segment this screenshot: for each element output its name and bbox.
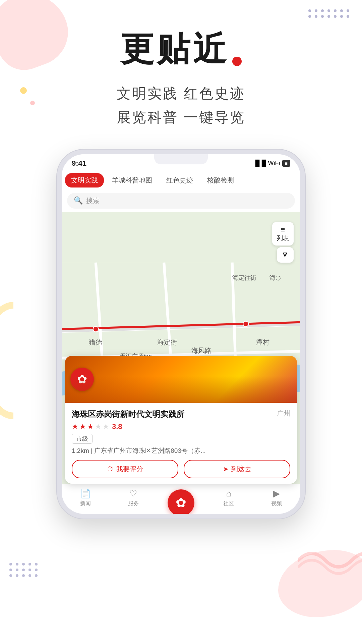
tab-service[interactable]: ♡ 服务 bbox=[120, 488, 147, 507]
star-5: ★ bbox=[103, 422, 109, 431]
info-card: ✿ 海珠区赤岗街新时代文明实践所 广州 ★ ★ ★ bbox=[65, 356, 297, 484]
list-btn-label: 列表 bbox=[277, 235, 289, 241]
distance: 1.2km bbox=[72, 447, 89, 454]
tab-bar[interactable]: 文明实践 羊城科普地图 红色史迹 核酸检测 bbox=[62, 170, 300, 190]
search-bar[interactable]: 🔍 搜索 bbox=[62, 190, 300, 212]
stars: ★ ★ ★ ★ ★ bbox=[72, 422, 109, 431]
svg-text:海风路: 海风路 bbox=[191, 347, 212, 354]
center-btn[interactable]: ✿ bbox=[168, 489, 194, 516]
signal-icon: ▐▌█ bbox=[253, 160, 266, 167]
list-icon: ≡ bbox=[277, 225, 289, 234]
rating-row: ★ ★ ★ ★ ★ 3.8 bbox=[72, 422, 290, 431]
tab-wenming[interactable]: 文明实践 bbox=[65, 173, 104, 187]
tab-home-center[interactable]: ✿ bbox=[168, 489, 194, 506]
address-text: 广东省广州市海珠区艺洲路803号（赤... bbox=[94, 447, 206, 454]
svg-text:海定街: 海定街 bbox=[157, 338, 177, 346]
tab-news[interactable]: 📄 新闻 bbox=[72, 488, 99, 507]
navigate-icon: ➤ bbox=[223, 465, 229, 473]
rate-icon: ⏱ bbox=[107, 465, 114, 473]
info-card-address: 1.2km | 广东省广州市海珠区艺洲路803号（赤... bbox=[72, 446, 290, 455]
star-1: ★ bbox=[72, 422, 78, 431]
tab-yangcheng[interactable]: 羊城科普地图 bbox=[106, 173, 158, 187]
info-card-body: 海珠区赤岗街新时代文明实践所 广州 ★ ★ ★ ★ ★ 3.8 市级 bbox=[65, 403, 297, 484]
info-card-image: ✿ bbox=[65, 356, 297, 403]
main-content: 更贴近 文明实践 红色史迹 展览科普 一键导览 9:41 ▐▌█ WiFi ■ … bbox=[0, 0, 362, 644]
phone-bottom-bar: 📄 新闻 ♡ 服务 ✿ ⌂ 社区 ▶ 视频 bbox=[62, 484, 300, 514]
header-title-text: 更贴近 bbox=[120, 27, 229, 72]
video-label: 视频 bbox=[271, 500, 282, 507]
star-2: ★ bbox=[79, 422, 86, 431]
status-time: 9:41 bbox=[72, 159, 86, 168]
rating-score: 3.8 bbox=[112, 422, 122, 431]
service-label: 服务 bbox=[128, 500, 139, 507]
info-card-actions: ⏱ 我要评分 ➤ 到这去 bbox=[72, 460, 290, 478]
phone-wrapper: 9:41 ▐▌█ WiFi ■ 文明实践 羊城科普地图 红色史迹 核酸检测 🔍 … bbox=[57, 150, 305, 519]
subtitle-line2: 展览科普 一键导览 bbox=[117, 105, 245, 129]
header-title-group: 更贴近 bbox=[120, 27, 242, 72]
rate-btn-label: 我要评分 bbox=[116, 465, 143, 474]
filter-icon: ⛛ bbox=[282, 251, 289, 259]
svg-point-20 bbox=[243, 321, 248, 326]
phone-notch bbox=[154, 154, 208, 164]
battery-icon: ■ bbox=[282, 160, 290, 167]
header-subtitle: 文明实践 红色史迹 展览科普 一键导览 bbox=[117, 82, 245, 129]
header-red-dot bbox=[232, 57, 242, 66]
center-flower-icon: ✿ bbox=[176, 495, 186, 510]
info-card-title: 海珠区赤岗街新时代文明实践所 bbox=[72, 409, 274, 420]
skyline-overlay bbox=[65, 376, 297, 403]
subtitle-line1: 文明实践 红色史迹 bbox=[117, 82, 245, 105]
tab-community[interactable]: ⌂ 社区 bbox=[215, 488, 242, 507]
wifi-icon: WiFi bbox=[268, 160, 280, 167]
navigate-button[interactable]: ➤ 到这去 bbox=[184, 460, 290, 478]
svg-text:海定往街: 海定往街 bbox=[232, 274, 256, 281]
tab-hongse[interactable]: 红色史迹 bbox=[160, 173, 199, 187]
svg-text:海◌: 海◌ bbox=[269, 274, 281, 281]
tab-suanjianceto[interactable]: 核酸检测 bbox=[201, 173, 240, 187]
search-placeholder: 搜索 bbox=[86, 196, 100, 205]
community-icon: ⌂ bbox=[226, 488, 232, 499]
level-badge: 市级 bbox=[72, 434, 93, 444]
svg-point-19 bbox=[93, 326, 99, 332]
video-icon: ▶ bbox=[273, 488, 280, 499]
status-icons: ▐▌█ WiFi ■ bbox=[253, 160, 290, 167]
community-label: 社区 bbox=[223, 500, 234, 507]
navigate-btn-label: 到这去 bbox=[231, 465, 251, 474]
service-icon: ♡ bbox=[129, 488, 137, 499]
search-icon: 🔍 bbox=[74, 196, 83, 205]
svg-text:猎德: 猎德 bbox=[89, 338, 102, 346]
search-input[interactable]: 🔍 搜索 bbox=[67, 193, 295, 209]
filter-button[interactable]: ⛛ bbox=[277, 247, 294, 263]
info-card-title-row: 海珠区赤岗街新时代文明实践所 广州 bbox=[72, 409, 290, 420]
star-3: ★ bbox=[87, 422, 94, 431]
map-list-button[interactable]: ≡ 列表 bbox=[272, 222, 294, 246]
rate-button[interactable]: ⏱ 我要评分 bbox=[72, 460, 178, 478]
separator: | bbox=[91, 447, 94, 454]
news-icon: 📄 bbox=[80, 488, 91, 499]
phone-mockup: 9:41 ▐▌█ WiFi ■ 文明实践 羊城科普地图 红色史迹 核酸检测 🔍 … bbox=[57, 150, 305, 519]
tab-video[interactable]: ▶ 视频 bbox=[263, 488, 290, 507]
news-label: 新闻 bbox=[80, 500, 91, 507]
star-4: ★ bbox=[95, 422, 102, 431]
info-card-city: 广州 bbox=[277, 409, 290, 418]
svg-text:潭村: 潭村 bbox=[256, 338, 269, 346]
